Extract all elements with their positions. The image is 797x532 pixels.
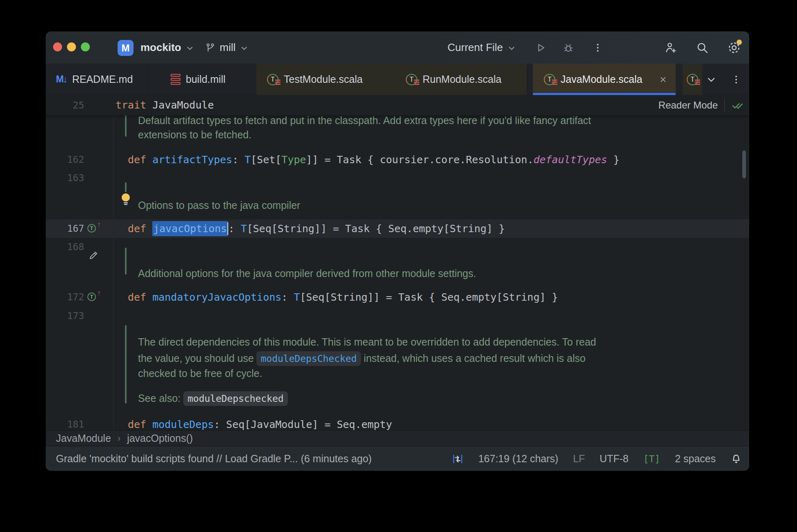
tab-partial[interactable]: T bbox=[683, 64, 702, 95]
project-name: mockito bbox=[140, 41, 181, 54]
search-everywhere-button[interactable] bbox=[695, 40, 710, 55]
doc-line: checked to be free of cycle. bbox=[46, 364, 749, 383]
project-icon: M bbox=[118, 40, 134, 56]
doc-line: Additional options for the java compiler… bbox=[46, 264, 749, 283]
chevron-down-icon bbox=[240, 44, 249, 53]
code-line-162[interactable]: 162 def artifactTypes: T[Set[Type]] = Ta… bbox=[46, 151, 749, 169]
reader-mode-label: Reader Mode bbox=[659, 100, 718, 111]
breadcrumb-item-member[interactable]: javacOptions() bbox=[127, 432, 193, 444]
indent-indicator[interactable]: 2 spaces bbox=[675, 453, 716, 465]
run-configuration-selector[interactable]: Current File bbox=[447, 31, 516, 64]
more-actions-button[interactable] bbox=[590, 40, 605, 55]
minimize-window-button[interactable] bbox=[67, 42, 76, 51]
editor-tab-bar: M↓ README.md build.mill T TestModule.sca… bbox=[46, 64, 749, 95]
play-icon bbox=[535, 42, 546, 53]
typing-mode-indicator[interactable]: [T] bbox=[643, 454, 660, 464]
selected-identifier: javacOptions bbox=[152, 221, 228, 236]
sticky-line[interactable]: 25 trait JavaModule Reader Mode bbox=[46, 95, 749, 115]
mill-file-icon bbox=[171, 74, 180, 85]
code-text: def artifactTypes: T[Set[Type]] = Task {… bbox=[128, 151, 619, 169]
line-number: 173 bbox=[46, 307, 84, 325]
scala-trait-icon: T bbox=[544, 74, 555, 85]
column-selection-icon[interactable] bbox=[452, 453, 463, 465]
bug-icon bbox=[563, 42, 574, 53]
kebab-icon bbox=[731, 74, 741, 85]
scala-trait-icon: T bbox=[267, 74, 278, 85]
code-text: def mandatoryJavacOptions: T[Seq[String]… bbox=[128, 288, 558, 306]
tab-build-mill[interactable]: build.mill bbox=[148, 64, 256, 95]
kebab-icon bbox=[592, 42, 603, 53]
tab-label: TestModule.scala bbox=[284, 73, 363, 85]
divider bbox=[724, 99, 725, 111]
chevron-down-icon bbox=[706, 74, 717, 85]
close-window-button[interactable] bbox=[53, 42, 62, 51]
code-line-168[interactable]: 168 bbox=[46, 238, 749, 256]
gear-icon bbox=[727, 41, 741, 55]
desktop: M mockito mill Current File bbox=[0, 0, 797, 532]
code-reference-chip[interactable]: moduleDepsChecked bbox=[256, 351, 361, 366]
edit-doc-pencil-icon[interactable] bbox=[88, 250, 99, 261]
code-line-181[interactable]: 181 def moduleDeps: Seq[JavaModule] = Se… bbox=[46, 415, 749, 430]
title-bar: M mockito mill Current File bbox=[46, 31, 749, 64]
code-line-173[interactable]: 173 bbox=[46, 307, 749, 325]
show-hidden-tabs-button[interactable] bbox=[706, 64, 717, 95]
doc-block-bar bbox=[125, 182, 127, 192]
line-number: 167 bbox=[46, 219, 84, 238]
line-number: 172 bbox=[46, 288, 84, 306]
see-also-chip[interactable]: moduleDepschecked bbox=[183, 391, 287, 406]
code-text: def javacOptions: T[Seq[String]] = Task … bbox=[128, 219, 505, 238]
run-config-label: Current File bbox=[447, 41, 503, 54]
doc-line: The direct dependencies of this module. … bbox=[46, 333, 749, 351]
sticky-code-text: trait JavaModule bbox=[116, 95, 214, 115]
notification-dot bbox=[737, 40, 742, 45]
status-bar: Gradle 'mockito' build scripts found // … bbox=[46, 446, 749, 471]
debug-button[interactable] bbox=[561, 40, 576, 55]
scrollbar-thumb[interactable] bbox=[742, 151, 746, 178]
user-plus-icon bbox=[664, 41, 677, 54]
chevron-down-icon bbox=[185, 44, 194, 53]
tab-runmodule[interactable]: T RunModule.scala bbox=[389, 64, 527, 95]
breadcrumb-separator: › bbox=[118, 433, 120, 444]
tab-readme[interactable]: M↓ README.md bbox=[46, 64, 148, 95]
line-number: 163 bbox=[46, 169, 84, 187]
close-tab-icon[interactable] bbox=[659, 75, 668, 84]
fullscreen-window-button[interactable] bbox=[81, 42, 90, 51]
scala-trait-icon: T bbox=[687, 74, 698, 85]
code-line-172[interactable]: 172 T↑ def mandatoryJavacOptions: T[Seq[… bbox=[46, 288, 749, 306]
chevron-down-icon bbox=[507, 44, 516, 53]
ide-window: M mockito mill Current File bbox=[46, 31, 749, 471]
reader-mode-control[interactable]: Reader Mode bbox=[659, 95, 744, 115]
doc-line: Options to pass to the java compiler bbox=[46, 196, 749, 215]
tab-label: JavaModule.scala bbox=[561, 73, 642, 85]
tab-javamodule-active[interactable]: T JavaModule.scala bbox=[533, 64, 676, 95]
search-icon bbox=[696, 41, 709, 54]
status-message[interactable]: Gradle 'mockito' build scripts found // … bbox=[56, 446, 372, 471]
breadcrumb: JavaModule › javacOptions() bbox=[46, 430, 749, 446]
editor-pane[interactable]: Default artifact types to fetch and put … bbox=[46, 111, 749, 430]
double-check-icon bbox=[731, 99, 744, 111]
sticky-line-number: 25 bbox=[46, 95, 84, 115]
breadcrumb-item-class[interactable]: JavaModule bbox=[56, 432, 111, 444]
encoding-indicator[interactable]: UTF-8 bbox=[600, 453, 629, 465]
code-line-163[interactable]: 163 bbox=[46, 169, 749, 187]
scala-trait-icon: T bbox=[406, 74, 417, 85]
caret-position[interactable]: 167:19 (12 chars) bbox=[478, 453, 558, 465]
tab-label: README.md bbox=[72, 73, 133, 85]
tab-options-button[interactable] bbox=[731, 64, 741, 95]
overridden-marker-icon[interactable]: T↑ bbox=[87, 223, 98, 233]
settings-button[interactable] bbox=[727, 40, 741, 55]
line-ending-indicator[interactable]: LF bbox=[573, 453, 585, 465]
code-line-167-current[interactable]: 167 T↑ def javacOptions: T[Seq[String]] … bbox=[46, 219, 749, 238]
tab-separator bbox=[527, 67, 527, 92]
run-button[interactable] bbox=[533, 40, 548, 55]
tab-label: RunModule.scala bbox=[423, 73, 501, 85]
tab-testmodule[interactable]: T TestModule.scala bbox=[256, 64, 389, 95]
vcs-branch-selector[interactable]: mill bbox=[205, 31, 249, 64]
overridden-marker-icon[interactable]: T↑ bbox=[87, 292, 98, 302]
line-number: 181 bbox=[46, 415, 84, 430]
code-with-me-button[interactable] bbox=[663, 40, 678, 55]
bell-icon[interactable] bbox=[730, 453, 742, 465]
markdown-icon: M↓ bbox=[56, 74, 67, 85]
code-text: def moduleDeps: Seq[JavaModule] = Seq.em… bbox=[128, 415, 392, 430]
project-selector[interactable]: mockito bbox=[140, 31, 194, 64]
